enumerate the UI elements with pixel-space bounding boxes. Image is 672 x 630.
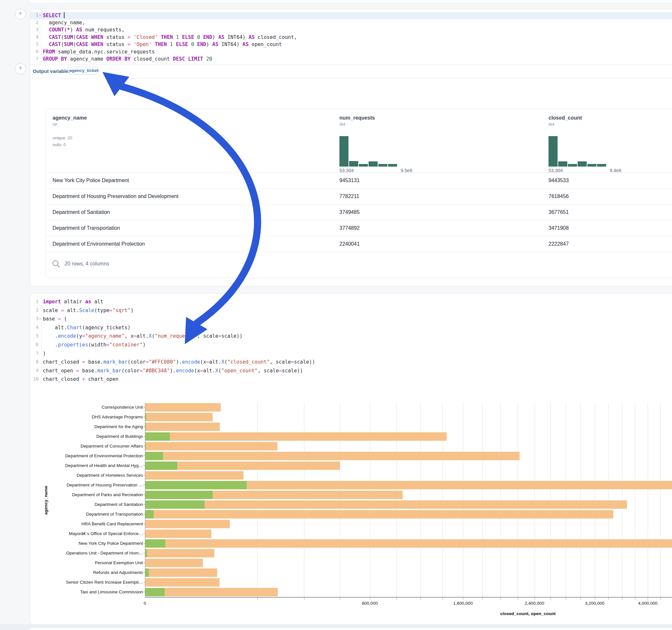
search-icon[interactable]: [52, 260, 60, 268]
table-row: New York City Police Department945313194…: [46, 172, 672, 189]
code-line[interactable]: 10chart_closed + chart_open: [30, 376, 672, 385]
next-cell-top-edge: [30, 627, 672, 630]
code-line[interactable]: 2 agency_name,: [30, 20, 672, 27]
code-line[interactable]: 1∨SELECT: [30, 12, 672, 20]
gridline: [660, 403, 661, 597]
code-line[interactable]: 4 CAST(SUM(CASE WHEN status = 'Closed' T…: [30, 34, 672, 42]
x-tick: [442, 598, 443, 600]
gridline: [534, 403, 535, 597]
table-header: agency_name str unique: 20 nulls: 0 num_…: [46, 109, 672, 173]
bar-closed-count: [145, 500, 627, 509]
x-tick: [580, 598, 581, 600]
x-axis-tick-label: 0: [144, 601, 146, 606]
gridline: [550, 403, 551, 597]
python-editor[interactable]: 1import altair as alt2scale = alt.Scale(…: [30, 299, 672, 385]
table-row: Department of Housing Preservation and D…: [46, 188, 672, 204]
table-cell: Department of Environmental Protection: [52, 241, 145, 247]
bar-closed-count: [145, 559, 203, 567]
line-number: 9: [30, 368, 39, 373]
code-line[interactable]: 3∨base = (: [30, 316, 672, 325]
altair-chart: Correspondence UnitDHS Advantage Program…: [30, 401, 672, 621]
x-axis-tick-label: 2,400,000: [525, 601, 544, 606]
x-tick: [463, 598, 463, 600]
add-cell-button[interactable]: +: [15, 63, 26, 74]
code-line[interactable]: 8chart_closed = base.mark_bar(color="#FF…: [30, 359, 672, 368]
x-tick: [550, 598, 551, 600]
y-axis-label: Refunds and Adjustments: [39, 570, 143, 575]
result-table: agency_name str unique: 20 nulls: 0 num_…: [46, 109, 672, 278]
bar-closed-count: [145, 588, 278, 596]
bar-open-count: [145, 510, 154, 518]
gridline: [648, 403, 648, 597]
num-requests-histogram: [339, 136, 397, 167]
bar-closed-count: [145, 471, 243, 480]
bar-closed-count: [145, 578, 219, 587]
line-number: 8: [30, 359, 39, 364]
line-number: 5: [30, 42, 39, 47]
line-number: 3: [30, 316, 39, 321]
gridline: [370, 403, 370, 597]
code-line[interactable]: 6FROM sample_data.nyc.service_requests: [30, 49, 672, 56]
table-row: Department of Environmental Protection22…: [46, 236, 672, 252]
fold-chevron-icon[interactable]: ∨: [39, 14, 41, 17]
bar-closed-count: [145, 510, 613, 518]
column-header[interactable]: closed_count: [549, 115, 582, 121]
add-cell-button[interactable]: +: [15, 8, 26, 20]
y-axis-label: Department of Consumer Affairs: [39, 444, 143, 449]
code-line[interactable]: 2scale = alt.Scale(type="sqrt"): [30, 308, 672, 316]
line-number: 1: [30, 12, 39, 18]
code-line[interactable]: 9chart_open = base.mark_bar(color="#8BC3…: [30, 368, 672, 377]
table-cell: 2222847: [549, 241, 569, 247]
fold-chevron-icon[interactable]: ∨: [39, 317, 41, 320]
gridline: [463, 403, 463, 597]
y-axis-label: Department of Buildings: [39, 434, 143, 439]
table-cell: Department of Sanitation: [52, 209, 110, 215]
bar-closed-count: [145, 432, 447, 441]
gridline: [257, 403, 258, 597]
table-cell: 3471908: [549, 225, 569, 231]
x-tick: [397, 598, 397, 600]
python-cell: 1import altair as alt2scale = alt.Scale(…: [30, 293, 672, 625]
bar-open-count: [145, 491, 213, 499]
sql-editor[interactable]: 1∨SELECT 2 agency_name,3 COUNT(*) AS num…: [30, 12, 672, 64]
table-cell: 2240041: [339, 241, 360, 247]
code-line[interactable]: 5 CAST(SUM(CASE WHEN status = 'Open' THE…: [30, 42, 672, 49]
sql-cell: 1∨SELECT 2 agency_name,3 COUNT(*) AS num…: [30, 9, 672, 287]
bar-open-count: [145, 461, 177, 470]
y-axis-label: Operations Unit - Department of Hom…: [39, 551, 143, 555]
gridline: [595, 403, 595, 597]
bar-open-count: [145, 568, 149, 577]
y-axis-label: Senior Citizen Rent Increase Exempti…: [39, 580, 143, 585]
code-line[interactable]: 6 .properties(width="container"): [30, 342, 672, 350]
column-stat: nulls: 0: [52, 142, 87, 147]
x-tick: [370, 598, 370, 600]
bar-closed-count: [145, 568, 217, 577]
y-axis-label: Department of Homeless Services: [39, 473, 143, 478]
bar-open-count: [145, 500, 205, 509]
output-variable-label: Output variable:: [33, 68, 70, 74]
code-line[interactable]: 7GROUP BY agency_name ORDER BY closed_co…: [30, 56, 672, 64]
table-row: Department of Transportation377489234719…: [46, 220, 672, 236]
line-number: 2: [30, 20, 39, 25]
output-variable-input[interactable]: agency_tickets: [67, 67, 99, 75]
y-axis-label: Department of Parks and Recreation: [39, 492, 143, 497]
x-tick: [340, 598, 340, 600]
code-line[interactable]: 4 alt.Chart(agency_tickets): [30, 325, 672, 334]
gridline: [421, 403, 421, 597]
code-line[interactable]: 7): [30, 350, 672, 359]
gridline: [635, 403, 635, 597]
x-axis-title: closed_count, open_count: [500, 611, 556, 616]
column-header[interactable]: agency_name: [52, 115, 87, 121]
code-line[interactable]: 3 COUNT(*) AS num_requests,: [30, 27, 672, 34]
y-axis-title: agency_name: [44, 481, 48, 520]
y-axis-label: Department of Environmental Protection: [39, 453, 143, 458]
code-line[interactable]: 5 .encode(y="agency_name", x=alt.X("num_…: [30, 333, 672, 342]
y-axis-label: New York City Police Department: [39, 541, 143, 546]
table-cell: 9443533: [549, 177, 569, 184]
gridline: [622, 403, 622, 597]
code-line[interactable]: 1import altair as alt: [30, 299, 672, 308]
column-header[interactable]: num_requests: [339, 115, 375, 121]
x-tick: [635, 598, 635, 600]
line-number: 10: [30, 376, 39, 382]
bar-open-count: [145, 539, 165, 548]
